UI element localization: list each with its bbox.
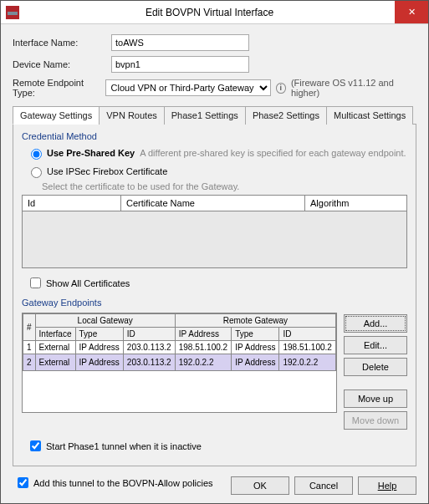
- radio-psk-label: Use Pre-Shared Key: [47, 148, 135, 158]
- cert-table[interactable]: Id Certificate Name Algorithm: [22, 195, 407, 268]
- interface-name-input[interactable]: [111, 34, 249, 51]
- titlebar: Edit BOVPN Virtual Interface ✕: [1, 1, 428, 24]
- endpoint-buttons: Add... Edit... Delete Move up Move down: [344, 314, 407, 430]
- radio-cert-label: Use IPSec Firebox Certificate: [47, 166, 167, 176]
- remote-endpoint-hint: (Fireware OS v11.12 and higher): [291, 78, 416, 98]
- start-phase1-label: Start Phase1 tunnel when it is inactive: [46, 441, 202, 451]
- delete-button[interactable]: Delete: [344, 358, 407, 376]
- radio-psk[interactable]: [31, 149, 42, 160]
- credential-method-title: Credential Method: [22, 131, 407, 141]
- remote-endpoint-type-label: Remote Endpoint Type:: [13, 78, 105, 98]
- footer-buttons: OK Cancel Help: [231, 476, 416, 495]
- col-interface[interactable]: Interface: [35, 328, 75, 341]
- content-area: Interface Name: Device Name: Remote Endp…: [1, 24, 428, 502]
- tab-multicast[interactable]: Multicast Settings: [326, 106, 413, 125]
- cert-col-alg[interactable]: Algorithm: [305, 196, 406, 211]
- col-rip[interactable]: IP Address: [175, 328, 231, 341]
- info-icon[interactable]: i: [276, 83, 286, 94]
- bovpn-allow-label: Add this tunnel to the BOVPN-Allow polic…: [33, 478, 213, 488]
- col-local-grp: Local Gateway: [35, 314, 175, 328]
- show-all-certs-checkbox[interactable]: [30, 277, 41, 288]
- cert-col-name[interactable]: Certificate Name: [121, 196, 305, 211]
- gateway-endpoints-title: Gateway Endpoints: [22, 298, 407, 308]
- add-button[interactable]: Add...: [344, 314, 407, 333]
- table-row[interactable]: 2ExternalIP Address203.0.113.2192.0.2.2I…: [23, 354, 336, 371]
- ok-button[interactable]: OK: [231, 476, 289, 495]
- device-name-input[interactable]: [111, 56, 249, 73]
- window-title: Edit BOVPN Virtual Interface: [24, 7, 395, 18]
- cert-header: Id Certificate Name Algorithm: [23, 196, 406, 211]
- tab-gateway-settings[interactable]: Gateway Settings: [13, 106, 100, 125]
- col-rtype[interactable]: Type: [232, 328, 279, 341]
- move-up-button[interactable]: Move up: [344, 389, 407, 408]
- remote-endpoint-type-select[interactable]: Cloud VPN or Third-Party Gateway: [105, 79, 271, 96]
- col-remote-grp: Remote Gateway: [175, 314, 335, 328]
- bovpn-allow-checkbox[interactable]: [18, 477, 28, 488]
- cancel-button[interactable]: Cancel: [294, 476, 353, 495]
- close-button[interactable]: ✕: [395, 1, 428, 23]
- edit-button[interactable]: Edit...: [344, 336, 407, 354]
- endpoints-table[interactable]: # Local Gateway Remote Gateway Interface…: [22, 313, 337, 413]
- show-all-certs-label: Show All Certificates: [46, 278, 130, 288]
- radio-cert[interactable]: [31, 167, 42, 178]
- tab-page-gateway: Credential Method Use Pre-Shared Key A d…: [13, 125, 416, 466]
- cert-col-id[interactable]: Id: [23, 196, 121, 211]
- radio-psk-hint: A different pre-shared key is specified …: [140, 148, 406, 158]
- app-icon: [6, 6, 19, 19]
- tab-strip: Gateway Settings VPN Routes Phase1 Setti…: [13, 106, 416, 125]
- col-num[interactable]: #: [23, 314, 36, 341]
- device-name-label: Device Name:: [13, 59, 111, 69]
- close-icon: ✕: [408, 7, 416, 18]
- move-down-button: Move down: [344, 411, 407, 430]
- table-row[interactable]: 1ExternalIP Address203.0.113.2198.51.100…: [23, 341, 336, 354]
- dialog-window: Edit BOVPN Virtual Interface ✕ Interface…: [0, 0, 429, 504]
- col-lid[interactable]: ID: [123, 328, 175, 341]
- help-button[interactable]: Help: [358, 476, 416, 495]
- interface-name-label: Interface Name:: [13, 38, 111, 48]
- col-ltype[interactable]: Type: [75, 328, 123, 341]
- tab-vpn-routes[interactable]: VPN Routes: [99, 106, 165, 125]
- cert-hint: Select the certificate to be used for th…: [42, 181, 407, 191]
- tab-phase1[interactable]: Phase1 Settings: [164, 106, 246, 125]
- start-phase1-checkbox[interactable]: [30, 440, 41, 451]
- tab-phase2[interactable]: Phase2 Settings: [245, 106, 327, 125]
- col-rid[interactable]: ID: [279, 328, 336, 341]
